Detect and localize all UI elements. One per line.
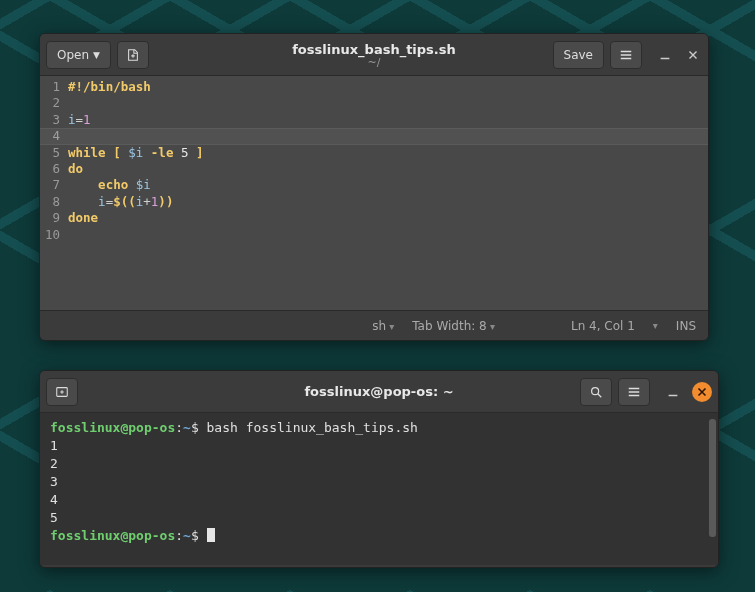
search-icon <box>589 385 603 399</box>
line-number-gutter: 1 2 3 4 5 6 7 8 9 10 <box>40 76 64 310</box>
code-token: )) <box>158 194 173 209</box>
prompt-sep: : <box>175 420 183 435</box>
terminal-output-line: 3 <box>50 473 708 491</box>
terminal-scrollbar[interactable] <box>709 419 716 537</box>
tab-width-selector[interactable]: Tab Width: 8 <box>412 319 495 333</box>
prompt-user: fosslinux@pop-os <box>50 420 175 435</box>
terminal-body[interactable]: fosslinux@pop-os:~$ bash fosslinux_bash_… <box>40 413 718 565</box>
terminal-line: fosslinux@pop-os:~$ bash fosslinux_bash_… <box>50 419 708 437</box>
line-number: 7 <box>40 177 60 193</box>
code-token: [ <box>113 145 121 160</box>
new-terminal-tab-button[interactable] <box>46 378 78 406</box>
prompt-user: fosslinux@pop-os <box>50 528 175 543</box>
terminal-headerbar: fosslinux@pop-os: ~ <box>40 371 718 413</box>
line-number: 3 <box>40 112 60 128</box>
search-button[interactable] <box>580 378 612 406</box>
code-token: i <box>98 194 106 209</box>
cursor-position: Ln 4, Col 1 <box>571 319 635 333</box>
open-button-label: Open <box>57 48 89 62</box>
code-token: $i <box>136 177 151 192</box>
code-shebang: #!/bin/bash <box>68 79 151 94</box>
terminal-close-button[interactable] <box>692 382 712 402</box>
code-token: + <box>143 194 151 209</box>
hamburger-icon <box>619 48 633 62</box>
code-token: 5 <box>181 145 189 160</box>
minimize-icon <box>666 385 680 399</box>
save-button-label: Save <box>564 48 593 62</box>
terminal-output-line: 5 <box>50 509 708 527</box>
code-token: i <box>68 112 76 127</box>
code-area[interactable]: #!/bin/bash i=1 while [ $i -le 5 ] do ec… <box>64 76 708 310</box>
terminal-menu-button[interactable] <box>618 378 650 406</box>
code-token: (( <box>121 194 136 209</box>
terminal-cursor <box>207 528 215 542</box>
editor-headerbar: Open ▼ fosslinux_bash_tips.sh ~/ Save <box>40 34 708 76</box>
terminal-output-line: 2 <box>50 455 708 473</box>
code-token: echo <box>98 177 128 192</box>
close-icon <box>686 48 700 62</box>
close-icon <box>695 385 709 399</box>
line-number: 2 <box>40 95 60 111</box>
code-token: ] <box>196 145 204 160</box>
line-number: 1 <box>40 79 60 95</box>
hamburger-icon <box>627 385 641 399</box>
code-token: $i <box>128 145 143 160</box>
text-editor-window: Open ▼ fosslinux_bash_tips.sh ~/ Save <box>39 33 709 341</box>
code-token: = <box>76 112 84 127</box>
new-document-icon <box>126 48 140 62</box>
chevron-down-icon: ▼ <box>93 50 100 60</box>
terminal-window: fosslinux@pop-os: ~ fosslinux@pop-os:~$ … <box>39 370 719 568</box>
code-token: done <box>68 210 98 225</box>
code-token: 1 <box>83 112 91 127</box>
prompt-path: ~ <box>183 420 191 435</box>
new-tab-button[interactable] <box>117 41 149 69</box>
insert-mode-indicator: INS <box>676 319 696 333</box>
editor-body[interactable]: 1 2 3 4 5 6 7 8 9 10 #!/bin/bash i=1 whi… <box>40 76 708 310</box>
terminal-minimize-button[interactable] <box>664 383 682 401</box>
line-number: 6 <box>40 161 60 177</box>
save-button[interactable]: Save <box>553 41 604 69</box>
line-number: 5 <box>40 145 60 161</box>
prompt-symbol: $ <box>191 420 199 435</box>
editor-statusbar: sh Tab Width: 8 Ln 4, Col 1 ▾ INS <box>40 310 708 340</box>
minimize-icon <box>658 48 672 62</box>
new-tab-icon <box>55 385 69 399</box>
open-button[interactable]: Open ▼ <box>46 41 111 69</box>
line-number: 9 <box>40 210 60 226</box>
svg-point-1 <box>592 387 599 394</box>
code-token: -le <box>151 145 174 160</box>
terminal-command: bash fosslinux_bash_tips.sh <box>207 420 418 435</box>
code-token: while <box>68 145 106 160</box>
terminal-line: fosslinux@pop-os:~$ <box>50 527 708 545</box>
code-token: $ <box>113 194 121 209</box>
prompt-sep: : <box>175 528 183 543</box>
minimize-button[interactable] <box>656 46 674 64</box>
lang-selector[interactable]: sh <box>372 319 394 333</box>
goto-line-icon[interactable]: ▾ <box>653 320 658 331</box>
close-button[interactable] <box>684 46 702 64</box>
terminal-output-line: 4 <box>50 491 708 509</box>
terminal-output-line: 1 <box>50 437 708 455</box>
line-number: 10 <box>40 227 60 243</box>
hamburger-menu-button[interactable] <box>610 41 642 69</box>
prompt-path: ~ <box>183 528 191 543</box>
line-number: 8 <box>40 194 60 210</box>
prompt-symbol: $ <box>191 528 199 543</box>
code-token: do <box>68 161 83 176</box>
